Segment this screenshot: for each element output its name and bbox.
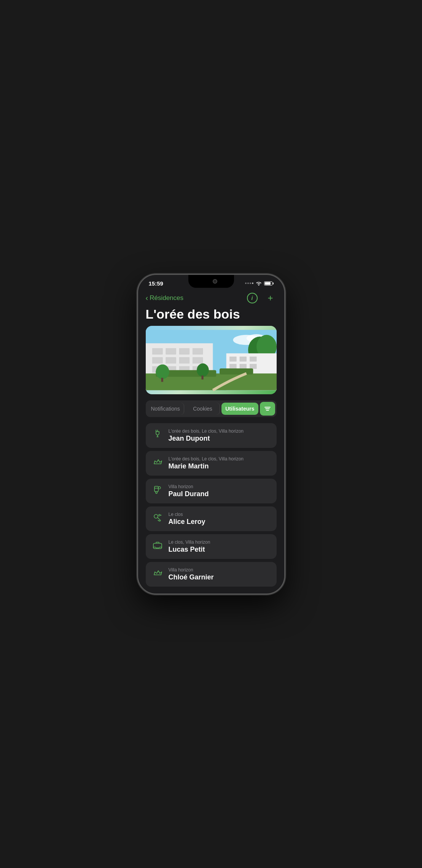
nav-actions: i +	[247, 292, 277, 304]
user-name: Jean Dupont	[169, 435, 271, 443]
user-subtitle: Le clos	[169, 512, 271, 517]
wifi-icon	[256, 281, 262, 286]
svg-rect-9	[179, 348, 189, 354]
user-name: Lucas Petit	[169, 546, 271, 554]
user-info-paul-durand: Villa horizon Paul Durand	[169, 484, 271, 498]
filter-button[interactable]	[260, 402, 275, 416]
add-button[interactable]: +	[264, 292, 277, 304]
user-info-marie-martin: L'orée des bois, Le clos, Villa horizon …	[169, 456, 271, 470]
user-info-lucas-petit: Le clos, Villa horizon Lucas Petit	[169, 540, 271, 554]
status-time: 15:59	[149, 280, 163, 287]
svg-point-29	[156, 364, 169, 379]
battery-icon	[264, 281, 274, 286]
property-image	[146, 326, 277, 394]
tab-notifications[interactable]: Notifications	[147, 403, 184, 415]
user-icon-key	[152, 513, 163, 525]
filter-icon	[264, 405, 271, 412]
svg-rect-8	[166, 348, 175, 354]
signal-icon	[245, 282, 253, 284]
tab-cookies[interactable]: Cookies	[186, 403, 220, 415]
svg-rect-30	[161, 378, 163, 382]
svg-rect-23	[229, 364, 236, 368]
user-subtitle: Le clos, Villa horizon	[169, 540, 271, 545]
phone-frame: 15:59	[137, 274, 285, 595]
user-name: Marie Martin	[169, 462, 271, 470]
svg-rect-21	[239, 357, 246, 361]
user-card-alice-leroy[interactable]: Le clos Alice Leroy	[146, 506, 277, 531]
user-subtitle: Villa horizon	[169, 484, 271, 489]
user-subtitle: L'orée des bois, Le clos, Villa horizon	[169, 428, 271, 434]
svg-rect-22	[250, 357, 256, 361]
user-card-marie-martin[interactable]: L'orée des bois, Le clos, Villa horizon …	[146, 451, 277, 476]
back-chevron-icon: ‹	[146, 294, 148, 302]
svg-rect-14	[193, 357, 202, 363]
page-title: L'orée des bois	[138, 306, 284, 326]
back-label: Résidences	[150, 294, 183, 302]
svg-rect-32	[201, 375, 203, 379]
user-icon-plug	[152, 429, 163, 441]
building-illustration	[146, 326, 277, 394]
svg-point-31	[197, 363, 209, 377]
status-icons	[245, 281, 274, 286]
user-subtitle: L'orée des bois, Le clos, Villa horizon	[169, 456, 271, 462]
user-card-lucas-petit[interactable]: Le clos, Villa horizon Lucas Petit	[146, 534, 277, 559]
user-name: Alice Leroy	[169, 518, 271, 526]
status-bar: 15:59	[138, 275, 284, 289]
user-info-chloe-garnier: Villa horizon Chloé Garnier	[169, 567, 271, 581]
svg-rect-36	[154, 486, 158, 492]
user-card-chloe-garnier[interactable]: Villa horizon Chloé Garnier	[146, 562, 277, 587]
svg-rect-28	[220, 368, 253, 374]
user-icon-camera	[152, 540, 163, 552]
user-name: Chloé Garnier	[169, 573, 271, 581]
svg-rect-7	[152, 348, 162, 354]
user-icon-crown	[152, 457, 163, 469]
user-card-paul-durand[interactable]: Villa horizon Paul Durand	[146, 479, 277, 503]
svg-rect-25	[250, 364, 256, 368]
phone-screen: 15:59	[138, 275, 284, 593]
user-name: Paul Durand	[169, 490, 271, 498]
user-list: L'orée des bois, Le clos, Villa horizon …	[138, 423, 284, 593]
back-button[interactable]: ‹ Résidences	[146, 294, 184, 302]
svg-point-37	[158, 487, 161, 489]
tab-bar: Notifications Cookies Utilisateurs	[146, 400, 277, 417]
svg-rect-12	[166, 357, 175, 363]
user-card-jean-dupont[interactable]: L'orée des bois, Le clos, Villa horizon …	[146, 423, 277, 448]
user-info-jean-dupont: L'orée des bois, Le clos, Villa horizon …	[169, 428, 271, 443]
user-icon-paint	[152, 485, 163, 497]
svg-rect-24	[239, 364, 246, 368]
info-button[interactable]: i	[247, 293, 258, 303]
tab-utilisateurs[interactable]: Utilisateurs	[221, 403, 258, 415]
svg-rect-11	[152, 357, 162, 363]
svg-rect-10	[193, 348, 202, 354]
nav-bar: ‹ Résidences i +	[138, 289, 284, 306]
svg-rect-20	[229, 357, 236, 361]
svg-rect-13	[179, 357, 189, 363]
user-info-alice-leroy: Le clos Alice Leroy	[169, 512, 271, 526]
user-icon-crown2	[152, 568, 163, 580]
user-subtitle: Villa horizon	[169, 567, 271, 573]
